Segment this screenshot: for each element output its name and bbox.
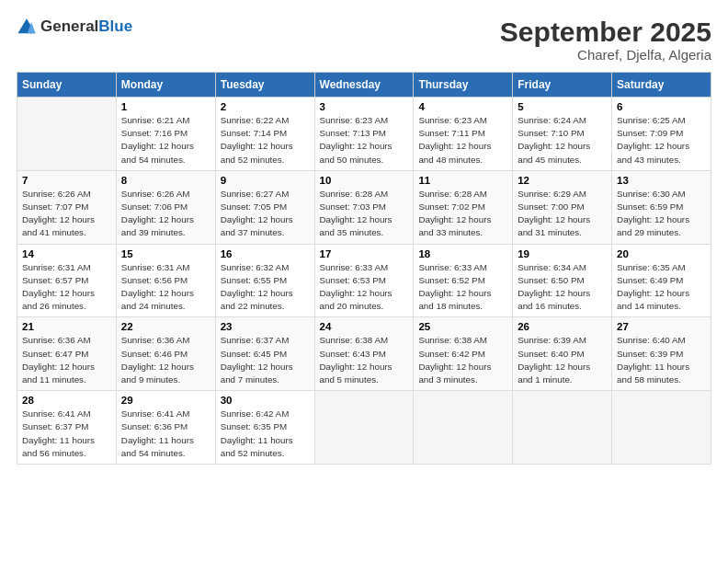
day-detail: Sunrise: 6:26 AM Sunset: 7:07 PM Dayligh… [22,188,111,240]
day-header-saturday: Saturday [612,73,711,98]
day-number: 1 [121,101,210,112]
day-detail: Sunrise: 6:21 AM Sunset: 7:16 PM Dayligh… [121,114,210,167]
day-number: 11 [418,175,507,186]
calendar-cell: 24Sunrise: 6:38 AM Sunset: 6:43 PM Dayli… [314,317,414,391]
day-detail: Sunrise: 6:29 AM Sunset: 7:00 PM Dayligh… [518,188,607,240]
day-detail: Sunrise: 6:40 AM Sunset: 6:39 PM Dayligh… [617,334,706,386]
day-header-wednesday: Wednesday [314,73,414,98]
calendar-cell: 7Sunrise: 6:26 AM Sunset: 7:07 PM Daylig… [17,170,117,244]
day-detail: Sunrise: 6:32 AM Sunset: 6:55 PM Dayligh… [221,261,310,314]
week-row-1: 7Sunrise: 6:26 AM Sunset: 7:07 PM Daylig… [17,170,711,244]
calendar-cell: 14Sunrise: 6:31 AM Sunset: 6:57 PM Dayli… [17,244,117,317]
calendar-cell: 10Sunrise: 6:28 AM Sunset: 7:03 PM Dayli… [314,170,414,244]
day-detail: Sunrise: 6:27 AM Sunset: 7:05 PM Dayligh… [221,188,310,240]
calendar-cell: 8Sunrise: 6:26 AM Sunset: 7:06 PM Daylig… [116,170,215,244]
calendar-cell: 6Sunrise: 6:25 AM Sunset: 7:09 PM Daylig… [612,98,711,171]
calendar-cell: 3Sunrise: 6:23 AM Sunset: 7:13 PM Daylig… [314,98,414,171]
day-detail: Sunrise: 6:41 AM Sunset: 6:37 PM Dayligh… [22,408,111,460]
day-number: 4 [418,101,507,112]
calendar-cell [513,391,612,465]
calendar-cell: 15Sunrise: 6:31 AM Sunset: 6:56 PM Dayli… [116,244,215,317]
calendar-cell: 30Sunrise: 6:42 AM Sunset: 6:35 PM Dayli… [215,391,314,465]
calendar-header-row: SundayMondayTuesdayWednesdayThursdayFrid… [17,73,711,98]
day-detail: Sunrise: 6:24 AM Sunset: 7:10 PM Dayligh… [518,114,607,167]
day-header-tuesday: Tuesday [215,73,314,98]
calendar-cell: 18Sunrise: 6:33 AM Sunset: 6:52 PM Dayli… [414,244,513,317]
day-detail: Sunrise: 6:23 AM Sunset: 7:11 PM Dayligh… [418,114,507,167]
calendar-cell: 11Sunrise: 6:28 AM Sunset: 7:02 PM Dayli… [414,170,513,244]
page-subtitle: Charef, Djelfa, Algeria [500,47,711,63]
day-number: 30 [221,395,310,406]
day-number: 18 [418,248,507,259]
day-number: 7 [22,175,111,186]
day-detail: Sunrise: 6:34 AM Sunset: 6:50 PM Dayligh… [518,261,607,314]
calendar-cell: 27Sunrise: 6:40 AM Sunset: 6:39 PM Dayli… [612,317,711,391]
day-number: 19 [518,248,607,259]
day-header-friday: Friday [513,73,612,98]
calendar-cell: 17Sunrise: 6:33 AM Sunset: 6:53 PM Dayli… [314,244,414,317]
calendar-cell: 1Sunrise: 6:21 AM Sunset: 7:16 PM Daylig… [116,98,215,171]
day-detail: Sunrise: 6:28 AM Sunset: 7:03 PM Dayligh… [320,188,409,240]
day-detail: Sunrise: 6:28 AM Sunset: 7:02 PM Dayligh… [418,188,507,240]
day-detail: Sunrise: 6:26 AM Sunset: 7:06 PM Dayligh… [121,188,210,240]
day-number: 27 [617,321,706,332]
day-number: 28 [22,395,111,406]
calendar-cell: 29Sunrise: 6:41 AM Sunset: 6:36 PM Dayli… [116,391,215,465]
day-number: 3 [320,101,409,112]
day-number: 17 [320,248,409,259]
day-detail: Sunrise: 6:30 AM Sunset: 6:59 PM Dayligh… [617,188,706,240]
day-number: 23 [221,321,310,332]
title-block: September 2025 Charef, Djelfa, Algeria [500,17,711,63]
calendar-cell: 23Sunrise: 6:37 AM Sunset: 6:45 PM Dayli… [215,317,314,391]
logo-blue-text: Blue [98,17,132,35]
logo: GeneralBlue [17,17,132,37]
logo-icon [17,17,37,37]
calendar-cell [314,391,414,465]
day-detail: Sunrise: 6:35 AM Sunset: 6:49 PM Dayligh… [617,261,706,314]
day-number: 21 [22,321,111,332]
day-number: 25 [418,321,507,332]
day-number: 8 [121,175,210,186]
calendar-cell: 16Sunrise: 6:32 AM Sunset: 6:55 PM Dayli… [215,244,314,317]
day-detail: Sunrise: 6:36 AM Sunset: 6:46 PM Dayligh… [121,334,210,386]
week-row-2: 14Sunrise: 6:31 AM Sunset: 6:57 PM Dayli… [17,244,711,317]
calendar-cell [414,391,513,465]
day-header-monday: Monday [116,73,215,98]
page-container: GeneralBlue September 2025 Charef, Djelf… [0,0,728,474]
week-row-4: 28Sunrise: 6:41 AM Sunset: 6:37 PM Dayli… [17,391,711,465]
day-detail: Sunrise: 6:38 AM Sunset: 6:43 PM Dayligh… [320,334,409,386]
calendar-cell [612,391,711,465]
day-detail: Sunrise: 6:41 AM Sunset: 6:36 PM Dayligh… [121,408,210,460]
week-row-0: 1Sunrise: 6:21 AM Sunset: 7:16 PM Daylig… [17,98,711,171]
calendar-cell: 5Sunrise: 6:24 AM Sunset: 7:10 PM Daylig… [513,98,612,171]
day-number: 24 [320,321,409,332]
day-number: 9 [221,175,310,186]
calendar-cell: 2Sunrise: 6:22 AM Sunset: 7:14 PM Daylig… [215,98,314,171]
day-detail: Sunrise: 6:38 AM Sunset: 6:42 PM Dayligh… [418,334,507,386]
page-title: September 2025 [500,17,711,47]
calendar-cell [17,98,117,171]
calendar-table: SundayMondayTuesdayWednesdayThursdayFrid… [17,72,711,465]
day-number: 26 [518,321,607,332]
day-detail: Sunrise: 6:39 AM Sunset: 6:40 PM Dayligh… [518,334,607,386]
day-header-sunday: Sunday [17,73,117,98]
day-detail: Sunrise: 6:23 AM Sunset: 7:13 PM Dayligh… [320,114,409,167]
day-number: 10 [320,175,409,186]
calendar-cell: 19Sunrise: 6:34 AM Sunset: 6:50 PM Dayli… [513,244,612,317]
day-number: 22 [121,321,210,332]
calendar-cell: 28Sunrise: 6:41 AM Sunset: 6:37 PM Dayli… [17,391,117,465]
day-number: 20 [617,248,706,259]
day-number: 5 [518,101,607,112]
calendar-cell: 4Sunrise: 6:23 AM Sunset: 7:11 PM Daylig… [414,98,513,171]
day-detail: Sunrise: 6:31 AM Sunset: 6:56 PM Dayligh… [121,261,210,314]
week-row-3: 21Sunrise: 6:36 AM Sunset: 6:47 PM Dayli… [17,317,711,391]
header: GeneralBlue September 2025 Charef, Djelf… [17,17,711,63]
day-number: 14 [22,248,111,259]
day-detail: Sunrise: 6:33 AM Sunset: 6:52 PM Dayligh… [418,261,507,314]
day-number: 2 [221,101,310,112]
day-detail: Sunrise: 6:33 AM Sunset: 6:53 PM Dayligh… [320,261,409,314]
calendar-cell: 13Sunrise: 6:30 AM Sunset: 6:59 PM Dayli… [612,170,711,244]
calendar-cell: 9Sunrise: 6:27 AM Sunset: 7:05 PM Daylig… [215,170,314,244]
day-number: 13 [617,175,706,186]
day-number: 6 [617,101,706,112]
